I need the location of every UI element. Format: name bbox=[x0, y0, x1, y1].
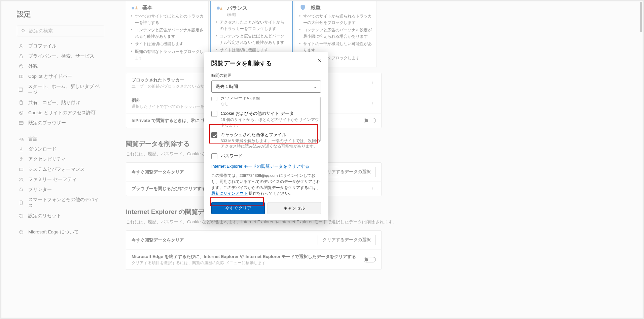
time-range-value: 過去 1 時間 bbox=[216, 84, 238, 90]
ie-mode-clear-link[interactable]: Internet Explorer モードの閲覧データをクリアする bbox=[211, 164, 309, 169]
item-title: キャッシュされた画像とファイル bbox=[221, 132, 321, 138]
item-checkbox[interactable] bbox=[211, 153, 217, 159]
dialog-title: 閲覧データを削除する bbox=[211, 59, 321, 67]
dialog-data-item[interactable]: パスワードなし bbox=[211, 151, 321, 160]
cancel-button[interactable]: キャンセル bbox=[267, 202, 321, 214]
dialog-data-item[interactable]: ダウンロードの履歴なし bbox=[211, 97, 321, 108]
dialog-data-item[interactable]: Cookie およびその他のサイト データ15 個のサイトから。ほとんどのサイト… bbox=[211, 108, 321, 130]
sign-out-first-link[interactable]: 最初にサインアウト bbox=[211, 191, 248, 195]
item-checkbox[interactable] bbox=[211, 97, 217, 101]
item-title: ダウンロードの履歴 bbox=[221, 97, 260, 101]
clear-browsing-data-dialog: 閲覧データを削除する 時間の範囲 過去 1 時間 ⌄ ダウンロードの履歴なしCo… bbox=[204, 52, 328, 220]
clear-now-button[interactable]: 今すぐクリア bbox=[211, 202, 265, 214]
item-desc: 333 MB 未満を解放します。一部のサイトでは、次回のアクセス時に読み込みが遅… bbox=[221, 138, 321, 149]
item-checkbox[interactable] bbox=[211, 111, 217, 117]
item-desc: なし bbox=[221, 159, 243, 160]
dialog-data-item[interactable]: キャッシュされた画像とファイル333 MB 未満を解放します。一部のサイトでは、… bbox=[211, 130, 321, 151]
chevron-down-icon: ⌄ bbox=[313, 84, 317, 89]
close-icon[interactable] bbox=[316, 57, 324, 65]
time-range-select[interactable]: 過去 1 時間 ⌄ bbox=[211, 81, 321, 93]
dialog-sync-note: この操作では、2397734806@qq.com にサインインしており、同期され… bbox=[211, 173, 321, 197]
time-range-label: 時間の範囲 bbox=[211, 73, 321, 78]
item-desc: 15 個のサイトから。ほとんどのサイトからサインアウトします。 bbox=[221, 117, 321, 128]
item-title: Cookie およびその他のサイト データ bbox=[221, 110, 321, 117]
item-checkbox[interactable] bbox=[211, 132, 217, 138]
item-desc: なし bbox=[221, 101, 260, 106]
item-title: パスワード bbox=[221, 153, 243, 159]
